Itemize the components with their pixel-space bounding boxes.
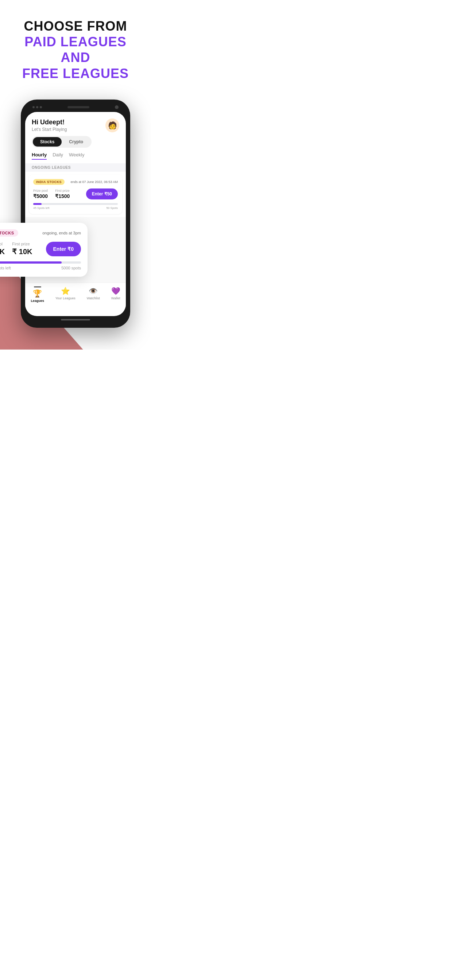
card-first-prize: First prize ₹1500 (55, 189, 70, 199)
floating-card-us-stocks: US STOCKS ongoing, ends at 3pm Prize poo… (0, 223, 88, 277)
toggle-stocks[interactable]: Stocks (33, 137, 62, 146)
float-spots-row: 1000 spots left 5000 spots (0, 266, 81, 270)
home-bar (61, 319, 90, 320)
us-stocks-badge: US STOCKS (0, 229, 18, 237)
bottom-nav: 🏆 Leagues ⭐ Your Leagues 👁️ Watchlist 💜 … (25, 283, 126, 309)
first-prize-label-sm: First prize (55, 189, 70, 192)
app-header: Hi Udeept! Let's Start Playing 🧑 (25, 112, 126, 136)
leagues-icon: 🏆 (33, 289, 42, 298)
nav-watchlist-label: Watchlist (87, 296, 100, 300)
greeting-subtitle: Let's Start Playing (32, 127, 67, 132)
greeting-name: Hi Udeept! (32, 118, 67, 126)
prize-pool-label: Prize pool (0, 242, 5, 246)
card-prizes: Prize pool ₹5000 First prize ₹1500 (33, 189, 70, 199)
screen-inner: Hi Udeept! Let's Start Playing 🧑 Stocks … (25, 112, 126, 316)
section-label: ONGOING LEAGUES (25, 163, 126, 172)
card-prize-pool: Prize pool ₹5000 (33, 189, 48, 199)
header-section: CHOOSE FROM PAID LEAGUES AND FREE LEAGUE… (0, 0, 151, 92)
home-indicator (25, 316, 126, 323)
float-progress-bg (0, 261, 81, 264)
phone-wrapper: US STOCKS ongoing, ends at 3pm Prize poo… (0, 100, 151, 350)
nav-wallet-label: Wallet (111, 296, 120, 300)
notch-dot-3 (40, 106, 42, 108)
phone-frame: Hi Udeept! Let's Start Playing 🧑 Stocks … (21, 100, 130, 328)
nav-leagues[interactable]: 🏆 Leagues (30, 286, 44, 302)
ends-at-text: ends at 07 June 2022, 06:53 AM (70, 180, 118, 184)
prize-pool-label-sm: Prize pool (33, 189, 48, 192)
notch-dot-2 (36, 106, 38, 108)
prize-pool-value: ₹ 50K (0, 247, 5, 256)
first-prize-value-sm: ₹1500 (55, 193, 70, 199)
notch-camera (115, 105, 118, 109)
wallet-icon: 💜 (111, 286, 120, 295)
phone-notch (25, 104, 126, 112)
nav-active-indicator (34, 286, 41, 287)
float-enter-button[interactable]: Enter ₹0 (46, 242, 81, 256)
spots-row: 45 Spots left 50 Spots (33, 206, 118, 210)
notch-dot-1 (32, 106, 35, 108)
nav-watchlist[interactable]: 👁️ Watchlist (87, 286, 100, 302)
header-title: CHOOSE FROM PAID LEAGUES AND FREE LEAGUE… (11, 18, 140, 81)
float-total-spots: 5000 spots (61, 266, 81, 270)
tab-daily[interactable]: Daily (53, 152, 63, 160)
total-spots: 50 Spots (106, 206, 118, 210)
tab-weekly[interactable]: Weekly (69, 152, 84, 160)
time-tabs: Hourly Daily Weekly (25, 152, 126, 163)
float-spots-left: 1000 spots left (0, 266, 11, 270)
float-progress-fill (0, 261, 62, 264)
floating-card-content: Prize pool ₹ 50K First prize ₹ 10K Enter… (0, 242, 81, 256)
nav-wallet[interactable]: 💜 Wallet (111, 286, 120, 302)
tab-hourly[interactable]: Hourly (32, 152, 47, 160)
floating-card-header: US STOCKS ongoing, ends at 3pm (0, 229, 81, 237)
progress-fill (33, 203, 41, 205)
prize-pool-value-sm: ₹5000 (33, 193, 48, 199)
nav-leagues-label: Leagues (30, 299, 44, 302)
first-prize-label: First prize (12, 242, 32, 246)
greeting-section: Hi Udeept! Let's Start Playing (32, 118, 67, 132)
nav-your-leagues[interactable]: ⭐ Your Leagues (56, 286, 75, 302)
league-card-header: INDIA STOCKS ends at 07 June 2022, 06:53… (33, 179, 118, 185)
avatar[interactable]: 🧑 (105, 118, 119, 132)
ongoing-status: ongoing, ends at 3pm (42, 231, 81, 235)
enter-button-india[interactable]: Enter ₹50 (86, 188, 118, 199)
toggle-tabs: Stocks Crypto (32, 136, 91, 148)
prize-group: Prize pool ₹ 50K First prize ₹ 10K (0, 242, 32, 256)
notch-dots (32, 106, 42, 108)
toggle-crypto[interactable]: Crypto (62, 137, 91, 146)
league-card-india-stocks: INDIA STOCKS ends at 07 June 2022, 06:53… (29, 175, 122, 214)
notch-speaker (67, 106, 89, 108)
phone-screen: Hi Udeept! Let's Start Playing 🧑 Stocks … (25, 112, 126, 316)
nav-your-leagues-label: Your Leagues (56, 296, 75, 300)
your-leagues-icon: ⭐ (61, 286, 70, 295)
india-stocks-badge: INDIA STOCKS (33, 179, 65, 185)
watchlist-icon: 👁️ (89, 286, 98, 295)
float-prize-pool: Prize pool ₹ 50K (0, 242, 5, 256)
spots-left: 45 Spots left (33, 206, 49, 210)
first-prize-value: ₹ 10K (12, 247, 32, 256)
float-first-prize: First prize ₹ 10K (12, 242, 32, 256)
progress-bg (33, 203, 118, 205)
card-content-row: Prize pool ₹5000 First prize ₹1500 Enter… (33, 188, 118, 199)
